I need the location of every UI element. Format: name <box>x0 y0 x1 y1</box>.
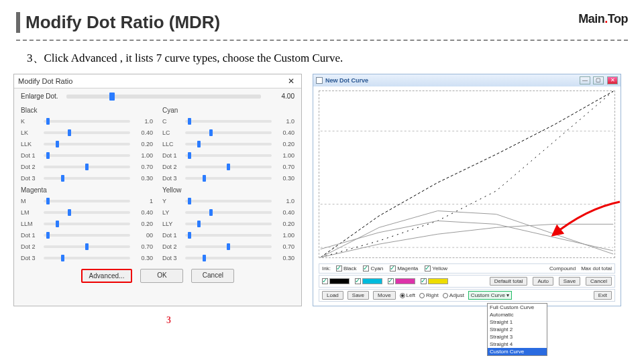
row-slider[interactable] <box>185 143 272 145</box>
advanced-button[interactable]: Advanced... <box>81 269 133 283</box>
top-groups: Black K1.0LK0.40LLK0.20Dot 11.00Dot 20.7… <box>21 104 294 184</box>
ink-check[interactable]: Black <box>336 265 357 272</box>
cancel-button[interactable]: Cancel <box>191 269 234 283</box>
slider-thumb[interactable] <box>85 243 89 250</box>
chart-series <box>321 91 613 257</box>
slider-thumb[interactable] <box>85 164 89 170</box>
slider-thumb[interactable] <box>188 118 191 125</box>
radio-right[interactable]: Right <box>419 292 439 298</box>
ok-button[interactable]: OK <box>140 269 183 283</box>
enlarge-slider[interactable] <box>66 95 261 99</box>
slider-thumb[interactable] <box>109 93 115 101</box>
row-slider[interactable] <box>44 211 130 214</box>
row-slider[interactable] <box>44 166 130 168</box>
row-slider[interactable] <box>44 223 130 225</box>
mdr-titlebar[interactable]: Modify Dot Ratio ✕ <box>14 74 301 88</box>
curve-titlebar[interactable]: New Dot Curve — ▢ ✕ <box>313 74 621 86</box>
row-slider[interactable] <box>185 223 272 225</box>
slider-thumb[interactable] <box>188 198 191 204</box>
dropdown-item[interactable]: Straight 3 <box>488 333 547 341</box>
curve-type-dropdown[interactable]: Full Custom CurveAutomaticStraight 1Stra… <box>487 303 547 356</box>
row-label: LLY <box>162 221 182 227</box>
curve-type-combo[interactable]: Custom Curve ▾ <box>468 291 512 300</box>
row-slider[interactable] <box>44 257 130 259</box>
swatch-magenta[interactable] <box>388 278 415 284</box>
slider-row: Dot 20.70 <box>162 161 294 172</box>
default-button[interactable]: Default total <box>490 277 528 286</box>
dropdown-item[interactable]: Straight 1 <box>488 318 547 326</box>
row-label: Dot 1 <box>21 152 41 159</box>
dropdown-item[interactable]: Custom Curve <box>488 348 547 355</box>
minimize-icon[interactable]: — <box>580 76 590 84</box>
row-slider[interactable] <box>185 200 272 202</box>
slider-thumb[interactable] <box>68 209 71 216</box>
slider-thumb[interactable] <box>56 221 59 227</box>
swatch-black[interactable] <box>322 278 350 284</box>
exit-button[interactable]: Exit <box>594 291 612 300</box>
slider-thumb[interactable] <box>56 141 59 147</box>
swatch-yellow[interactable] <box>421 278 448 284</box>
save-right-button[interactable]: Save <box>559 277 580 286</box>
checkbox-icon <box>425 265 431 272</box>
row-slider[interactable] <box>185 166 272 168</box>
save-button[interactable]: Save <box>347 291 369 300</box>
ink-check[interactable]: Cyan <box>363 265 383 272</box>
row-slider[interactable] <box>44 120 130 123</box>
dropdown-item[interactable]: Straight 2 <box>488 326 547 333</box>
dropdown-item[interactable]: Automatic <box>488 311 547 318</box>
swatch-cyan[interactable] <box>355 278 382 284</box>
row-slider[interactable] <box>44 154 130 157</box>
row-slider[interactable] <box>44 143 130 145</box>
row-value: 0.40 <box>274 209 294 216</box>
row-slider[interactable] <box>44 200 130 202</box>
row-slider[interactable] <box>44 131 130 134</box>
slider-thumb[interactable] <box>197 141 201 147</box>
row-slider[interactable] <box>185 211 272 214</box>
slider-thumb[interactable] <box>209 129 213 136</box>
move-button[interactable]: Move <box>373 291 396 300</box>
row-slider[interactable] <box>44 234 130 237</box>
row-slider[interactable] <box>185 154 272 157</box>
auto-button[interactable]: Auto <box>533 277 553 286</box>
slider-thumb[interactable] <box>188 232 191 239</box>
ink-check[interactable]: Yellow <box>425 265 447 272</box>
row-slider[interactable] <box>185 131 272 134</box>
row-slider[interactable] <box>185 234 272 237</box>
curve-chart[interactable] <box>319 90 615 258</box>
slider-thumb[interactable] <box>61 255 64 261</box>
maximize-icon[interactable]: ▢ <box>593 76 604 84</box>
slider-thumb[interactable] <box>227 243 230 250</box>
radio-adjust[interactable]: Adjust <box>443 292 464 298</box>
row-slider[interactable] <box>44 245 130 248</box>
slider-thumb[interactable] <box>46 232 50 239</box>
row-slider[interactable] <box>44 177 130 180</box>
chevron-down-icon: ▾ <box>506 292 509 298</box>
slider-thumb[interactable] <box>209 209 213 216</box>
slider-thumb[interactable] <box>203 175 206 182</box>
row-value: 0.40 <box>274 129 294 136</box>
slider-thumb[interactable] <box>46 198 50 204</box>
row-slider[interactable] <box>185 245 272 248</box>
close-window-icon[interactable]: ✕ <box>607 76 618 84</box>
row-slider[interactable] <box>185 257 272 259</box>
load-button[interactable]: Load <box>322 291 343 300</box>
cancel-right-button[interactable]: Cancel <box>586 277 612 286</box>
slider-thumb[interactable] <box>203 255 206 261</box>
slider-thumb[interactable] <box>46 152 50 159</box>
dropdown-item[interactable]: Full Custom Curve <box>488 304 547 311</box>
dropdown-item[interactable]: Straight 4 <box>488 341 547 348</box>
row-slider[interactable] <box>185 177 272 180</box>
row-slider[interactable] <box>185 120 272 123</box>
slider-thumb[interactable] <box>46 118 50 125</box>
radio-left[interactable]: Left <box>400 292 415 298</box>
slider-thumb[interactable] <box>68 129 71 136</box>
row-value: 0.30 <box>274 175 294 182</box>
slider-thumb[interactable] <box>197 221 201 227</box>
ink-check[interactable]: Magenta <box>390 265 418 272</box>
slider-row: M1 <box>21 195 153 206</box>
slider-thumb[interactable] <box>188 152 191 159</box>
slider-thumb[interactable] <box>227 164 230 170</box>
slider-thumb[interactable] <box>61 175 64 182</box>
group-yellow: Yellow Y1.0LY0.40LLY0.20Dot 11.00Dot 20.… <box>162 184 294 263</box>
close-icon[interactable]: ✕ <box>285 76 297 86</box>
